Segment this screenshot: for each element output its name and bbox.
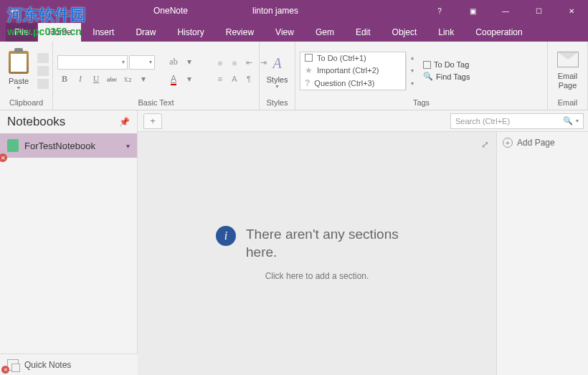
todo-tag-button[interactable]: To Do Tag [422, 60, 472, 70]
more-font-button[interactable]: ▾ [136, 72, 151, 87]
font-size-combo[interactable] [129, 55, 155, 70]
bold-button[interactable]: B [57, 72, 72, 87]
font-color-dd[interactable]: ▾ [182, 72, 196, 87]
tag-todo[interactable]: To Do (Ctrl+1) [300, 52, 405, 64]
italic-button[interactable]: I [73, 72, 87, 87]
ribbon-options-button[interactable]: ▣ [456, 0, 489, 22]
quick-notes-button[interactable]: Quick Notes ✕ [0, 353, 138, 375]
tab-history[interactable]: History [167, 23, 214, 42]
ribbon: Paste ▼ Clipboard B I U [0, 42, 588, 110]
plus-icon: + [503, 138, 513, 148]
gallery-more-button[interactable]: ▾ [407, 77, 417, 90]
gallery-up-button[interactable]: ▴ [407, 52, 417, 65]
main-area: + Search (Ctrl+E) 🔍 ▾ ⤢ i There aren't a… [138, 110, 588, 375]
align-button[interactable]: ≡ [214, 72, 227, 85]
checkbox-icon [305, 54, 313, 62]
group-label: Basic Text [57, 97, 255, 108]
sync-error-icon: ✕ [0, 153, 7, 162]
notebook-name: ForTestNotebook [24, 141, 95, 151]
search-placeholder: Search (Ctrl+E) [455, 117, 510, 125]
add-section-button[interactable]: + [143, 113, 162, 129]
underline-button[interactable]: U [89, 72, 103, 87]
group-label: Tags [300, 97, 543, 108]
group-label: Styles [264, 97, 290, 108]
tag-question[interactable]: ? Question (Ctrl+3) [300, 77, 405, 90]
styles-label: Styles [267, 75, 288, 84]
tab-gem[interactable]: Gem [305, 23, 344, 42]
paste-button[interactable]: Paste ▼ [4, 49, 33, 92]
expand-icon[interactable]: ⤢ [481, 139, 489, 150]
clear-format-button[interactable]: A [228, 72, 241, 85]
sync-error-icon: ✕ [1, 366, 9, 374]
notebook-icon [7, 139, 19, 152]
gallery-down-button[interactable]: ▾ [407, 65, 417, 77]
group-label: Email [552, 97, 583, 108]
notebook-item[interactable]: ForTestNotebook ▾ ✕ [0, 133, 137, 158]
tab-cooperation[interactable]: Cooperation [465, 23, 532, 42]
question-icon: ? [305, 78, 310, 88]
envelope-icon [557, 52, 579, 67]
email-label: Email Page [558, 72, 578, 89]
copy-button[interactable] [37, 66, 49, 76]
para-spacing-button[interactable]: ¶ [242, 72, 255, 85]
add-page-button[interactable]: + Add Page [503, 138, 582, 148]
tab-draw[interactable]: Draw [125, 23, 166, 42]
content-area: Notebooks 📌 ForTestNotebook ▾ ✕ + Search… [0, 110, 588, 375]
help-button[interactable]: ? [423, 0, 456, 22]
group-clipboard: Paste ▼ Clipboard [0, 42, 53, 110]
minimize-button[interactable]: — [489, 0, 522, 22]
notebook-sidebar: Notebooks 📌 ForTestNotebook ▾ ✕ [0, 110, 138, 375]
empty-subtitle[interactable]: Click here to add a section. [265, 271, 369, 281]
search-icon: 🔍 [423, 72, 433, 81]
search-dropdown-icon[interactable]: ▾ [576, 118, 579, 124]
clipboard-icon [9, 51, 29, 74]
styles-icon: A [268, 52, 287, 74]
app-title: OneNote [153, 6, 188, 16]
empty-title: There aren't any sections here. [246, 226, 418, 261]
bullets-button[interactable]: ≡ [214, 57, 227, 70]
group-basic-text: B I U abc x₂ ▾ ab ▾ A ▾ [53, 42, 260, 110]
search-icon: 🔍 [563, 116, 573, 125]
email-page-button[interactable]: Email Page [553, 50, 583, 90]
qat[interactable]: ↩ [0, 6, 29, 16]
tab-view[interactable]: View [265, 23, 304, 42]
group-label: Clipboard [4, 97, 48, 108]
highlight-dd[interactable]: ▾ [182, 55, 196, 70]
page-canvas[interactable]: ⤢ i There aren't any sections here. Clic… [138, 132, 496, 375]
close-button[interactable]: ✕ [555, 0, 588, 22]
tab-insert[interactable]: Insert [82, 23, 124, 42]
tab-review[interactable]: Review [216, 23, 264, 42]
page-panel: + Add Page [496, 132, 588, 375]
cut-button[interactable] [37, 53, 49, 63]
strike-button[interactable]: abc [105, 72, 119, 87]
tab-object[interactable]: Object [382, 23, 427, 42]
tab-home[interactable]: Home [38, 23, 81, 42]
tab-edit[interactable]: Edit [346, 23, 381, 42]
font-color-button[interactable]: A [166, 72, 181, 87]
find-tags-button[interactable]: 🔍 Find Tags [422, 71, 472, 82]
styles-button[interactable]: A Styles ▼ [262, 51, 293, 90]
chevron-down-icon: ▾ [126, 142, 130, 150]
subscript-button[interactable]: x₂ [120, 72, 135, 87]
pin-icon[interactable]: 📌 [119, 117, 130, 127]
paste-label: Paste [9, 77, 29, 85]
tag-gallery[interactable]: To Do (Ctrl+1) ★ Important (Ctrl+2) ? Qu… [300, 52, 406, 90]
outdent-button[interactable]: ⇤ [242, 57, 255, 70]
info-icon: i [216, 226, 236, 246]
file-tab[interactable]: File [6, 23, 37, 42]
highlight-button[interactable]: ab [166, 55, 181, 70]
tag-important[interactable]: ★ Important (Ctrl+2) [300, 64, 405, 77]
numbering-button[interactable]: ≡ [228, 57, 241, 70]
group-tags: To Do (Ctrl+1) ★ Important (Ctrl+2) ? Qu… [295, 42, 548, 110]
font-family-combo[interactable] [57, 55, 128, 70]
section-tabstrip: + Search (Ctrl+E) 🔍 ▾ [138, 110, 588, 132]
checkbox-icon [423, 61, 431, 69]
format-painter-button[interactable] [37, 79, 49, 89]
notebooks-header[interactable]: Notebooks 📌 [0, 110, 137, 133]
search-input[interactable]: Search (Ctrl+E) 🔍 ▾ [450, 113, 584, 129]
tab-link[interactable]: Link [428, 23, 464, 42]
title-bar: ↩ OneNote linton james ? ▣ — ☐ ✕ [0, 0, 588, 22]
maximize-button[interactable]: ☐ [522, 0, 555, 22]
group-email: Email Page Email [548, 42, 588, 110]
user-name[interactable]: linton james [252, 6, 298, 16]
